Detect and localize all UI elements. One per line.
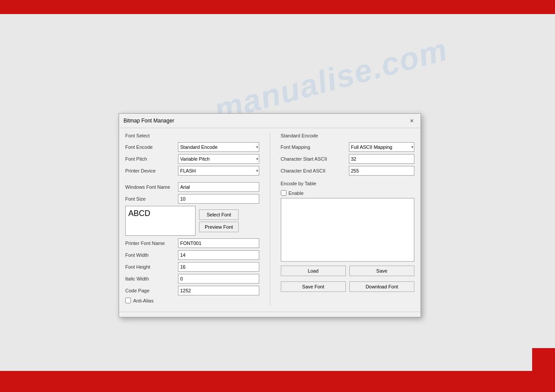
font-height-label: Font Height bbox=[125, 264, 178, 270]
close-button[interactable]: × bbox=[407, 116, 416, 125]
top-bar bbox=[0, 0, 555, 14]
preview-area: ABCD Select Font Preview Font bbox=[125, 206, 259, 236]
char-start-input[interactable] bbox=[349, 154, 415, 164]
anti-alias-checkbox[interactable] bbox=[125, 298, 131, 303]
italic-width-row: Italic Width bbox=[125, 274, 259, 284]
enable-checkbox[interactable] bbox=[281, 190, 287, 196]
code-page-input[interactable] bbox=[178, 286, 259, 295]
italic-width-label: Italic Width bbox=[125, 276, 178, 281]
font-pitch-row: Font Pitch Variable Pitch Fixed Pitch ▾ bbox=[125, 154, 259, 164]
printer-font-name-input[interactable] bbox=[178, 238, 259, 248]
font-preview-box: ABCD bbox=[125, 206, 196, 236]
bitmap-font-manager-dialog: Bitmap Font Manager × Font Select Font E… bbox=[119, 113, 421, 317]
printer-device-label: Printer Device bbox=[125, 168, 178, 173]
printer-font-name-label: Printer Font Name bbox=[125, 241, 178, 246]
dialog-title: Bitmap Font Manager bbox=[123, 118, 174, 124]
bottom-bar bbox=[0, 371, 555, 392]
enable-label: Enable bbox=[289, 191, 304, 196]
font-encode-row: Font Encode Standard Encode Custom Encod… bbox=[125, 142, 259, 152]
char-end-row: Character End ASCII bbox=[281, 166, 415, 176]
printer-device-select[interactable]: FLASH RAM ROM bbox=[178, 166, 259, 176]
char-start-label: Character Start ASCII bbox=[281, 156, 349, 162]
char-end-input[interactable] bbox=[349, 166, 415, 176]
font-width-label: Font Width bbox=[125, 252, 178, 258]
save-button[interactable]: Save bbox=[349, 266, 414, 276]
font-select-section-title: Font Select bbox=[125, 133, 259, 139]
anti-alias-label: Anti-Alias bbox=[133, 298, 153, 303]
font-size-input[interactable] bbox=[178, 194, 259, 204]
preview-buttons: Select Font Preview Font bbox=[199, 206, 239, 236]
font-width-input[interactable] bbox=[178, 250, 259, 260]
bottom-right-rect bbox=[532, 348, 555, 371]
encode-by-table-title: Encode by Table bbox=[281, 180, 415, 187]
font-mapping-select-wrapper: Full ASCII Mapping Partial ASCII Mapping… bbox=[349, 142, 415, 152]
font-width-row: Font Width bbox=[125, 250, 259, 260]
font-encode-select-wrapper: Standard Encode Custom Encode ▾ bbox=[178, 142, 259, 152]
standard-encode-section-title: Standard Encode bbox=[281, 133, 415, 139]
vertical-separator bbox=[270, 133, 270, 306]
select-font-button[interactable]: Select Font bbox=[199, 209, 239, 220]
font-pitch-select-wrapper: Variable Pitch Fixed Pitch ▾ bbox=[178, 154, 259, 164]
save-download-buttons: Save Font Download Font bbox=[281, 281, 415, 292]
standard-encode-label: Standard Encode bbox=[281, 133, 318, 138]
encode-by-table-label: Encode by Table bbox=[281, 181, 316, 186]
dialog-footer bbox=[119, 312, 421, 317]
font-height-input[interactable] bbox=[178, 262, 259, 272]
right-panel: Standard Encode Font Mapping Full ASCII … bbox=[281, 133, 415, 306]
windows-font-name-label: Windows Font Name bbox=[125, 184, 178, 190]
printer-device-select-wrapper: FLASH RAM ROM ▾ bbox=[178, 166, 259, 176]
font-pitch-label: Font Pitch bbox=[125, 156, 178, 162]
preview-font-button[interactable]: Preview Font bbox=[199, 222, 239, 232]
preview-text: ABCD bbox=[128, 209, 150, 218]
anti-alias-row: Anti-Alias bbox=[125, 298, 259, 303]
font-size-label: Font Size bbox=[125, 196, 178, 201]
load-save-buttons: Load Save bbox=[281, 266, 415, 276]
encode-table-textarea[interactable] bbox=[281, 198, 415, 262]
font-encode-label: Font Encode bbox=[125, 144, 178, 150]
char-start-row: Character Start ASCII bbox=[281, 154, 415, 164]
code-page-label: Code Page bbox=[125, 288, 178, 293]
save-font-button[interactable]: Save Font bbox=[281, 281, 346, 292]
char-end-label: Character End ASCII bbox=[281, 168, 349, 173]
font-encode-select[interactable]: Standard Encode Custom Encode bbox=[178, 142, 259, 152]
dialog-content: Font Select Font Encode Standard Encode … bbox=[119, 128, 421, 312]
windows-font-name-row: Windows Font Name bbox=[125, 182, 259, 192]
enable-row: Enable bbox=[281, 190, 415, 196]
dialog-titlebar: Bitmap Font Manager × bbox=[119, 114, 421, 128]
download-font-button[interactable]: Download Font bbox=[349, 281, 414, 292]
font-height-row: Font Height bbox=[125, 262, 259, 272]
load-button[interactable]: Load bbox=[281, 266, 346, 276]
code-page-row: Code Page bbox=[125, 286, 259, 295]
printer-font-name-row: Printer Font Name bbox=[125, 238, 259, 248]
font-size-row: Font Size bbox=[125, 194, 259, 204]
left-panel: Font Select Font Encode Standard Encode … bbox=[125, 133, 259, 306]
font-mapping-row: Font Mapping Full ASCII Mapping Partial … bbox=[281, 142, 415, 152]
windows-font-name-input[interactable] bbox=[178, 182, 259, 192]
font-mapping-select[interactable]: Full ASCII Mapping Partial ASCII Mapping bbox=[349, 142, 415, 152]
font-select-label: Font Select bbox=[125, 133, 150, 138]
italic-width-input[interactable] bbox=[178, 274, 259, 284]
font-mapping-label: Font Mapping bbox=[281, 144, 349, 150]
printer-device-row: Printer Device FLASH RAM ROM ▾ bbox=[125, 166, 259, 176]
font-pitch-select[interactable]: Variable Pitch Fixed Pitch bbox=[178, 154, 259, 164]
